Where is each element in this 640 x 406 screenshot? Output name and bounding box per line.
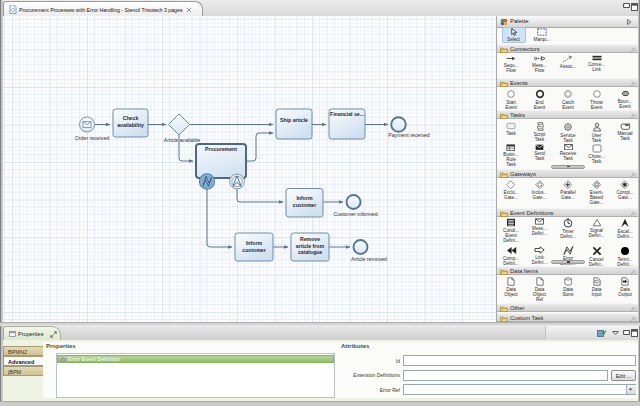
svg-text:Ship article: Ship article (280, 117, 308, 123)
svg-text:Procurement: Procurement (205, 146, 237, 152)
svg-text:Payment received: Payment received (388, 132, 430, 138)
svg-text:Article available: Article available (164, 137, 200, 143)
svg-text:Inform: Inform (246, 240, 263, 246)
svg-text:Article removed: Article removed (351, 256, 387, 262)
svg-text:customer: customer (242, 247, 265, 253)
svg-text:Inform: Inform (296, 195, 313, 201)
svg-text:Remove: Remove (300, 236, 320, 242)
svg-text:catalogue: catalogue (298, 249, 322, 255)
svg-text:customer: customer (293, 202, 316, 208)
svg-text:Order received: Order received (75, 135, 109, 141)
svg-text:Check: Check (123, 115, 139, 121)
svg-text:Financial se...: Financial se... (330, 111, 365, 117)
svg-text:article from: article from (296, 243, 325, 249)
svg-text:Customer informed: Customer informed (333, 211, 377, 217)
svg-text:availability: availability (117, 122, 144, 128)
